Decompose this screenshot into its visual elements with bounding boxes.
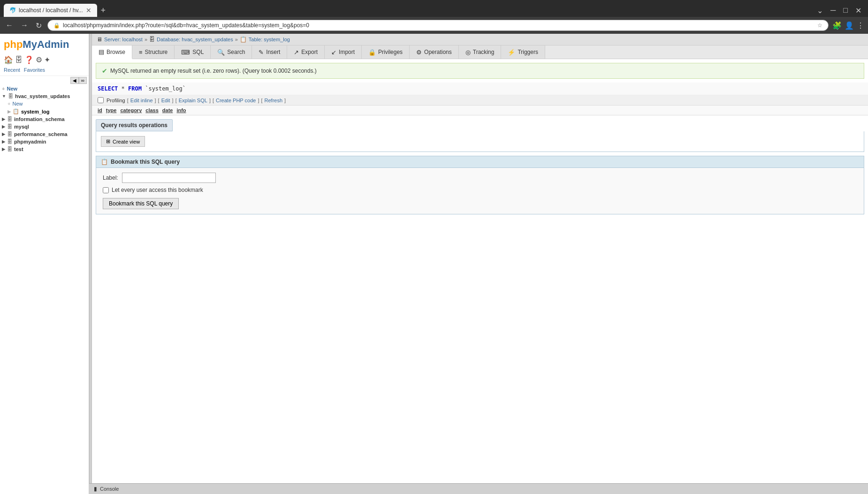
close-window-button[interactable]: ✕ [853, 5, 864, 16]
tab-export[interactable]: ↗Export [287, 46, 325, 59]
tab-tracking-icon: ◎ [465, 49, 471, 56]
table-bc-icon: 📋 [240, 36, 247, 43]
bookmark-body: Label: Let every user access this bookma… [96, 168, 864, 214]
breadcrumb-server[interactable]: Server: localhost [104, 37, 143, 42]
query-results-ops-title[interactable]: Query results operations [96, 119, 173, 131]
column-header-id[interactable]: id [98, 107, 102, 113]
explain-sql-link[interactable]: Explain SQL [179, 98, 207, 103]
table-icon: 📋 [13, 108, 19, 114]
browser-chrome: 🐬 localhost / localhost / hv... ✕ + ⌄ ─ … [0, 0, 868, 34]
minimize-button[interactable]: ─ [828, 5, 838, 15]
menu-icon[interactable]: ⋮ [857, 21, 864, 30]
tab-sql-icon: ⌨ [181, 49, 190, 56]
bookmark-panel: 📋 Bookmark this SQL query Label: Let eve… [96, 156, 864, 214]
tab-sql[interactable]: ⌨SQL [175, 46, 211, 59]
sidebar-tree-item-5[interactable]: ▶🗄mysql [0, 123, 89, 130]
breadcrumb-table[interactable]: Table: system_log [249, 37, 290, 42]
breadcrumb-sep2: » [235, 37, 238, 42]
tab-privileges-label: Privileges [378, 49, 403, 55]
console-icon: ▮ [94, 486, 97, 492]
tab-privileges[interactable]: 🔒Privileges [362, 46, 410, 59]
recent-link[interactable]: Recent [4, 67, 20, 73]
tab-browse[interactable]: ▤Browse [92, 46, 132, 59]
tab-search[interactable]: 🔍Search [211, 46, 252, 59]
db-icon: 🗄 [7, 131, 12, 137]
column-header-date[interactable]: date [162, 107, 173, 113]
tab-search-label: Search [227, 49, 245, 55]
sidebar-tree: +New▼🗄hvac_system_updates+New▶📋system_lo… [0, 85, 89, 153]
tab-insert[interactable]: ✎Insert [252, 46, 287, 59]
home-icon[interactable]: 🏠 [4, 55, 13, 64]
sidebar-tree-item-6[interactable]: ▶🗄performance_schema [0, 130, 89, 138]
sidebar-tree-item-1[interactable]: ▼🗄hvac_system_updates [0, 92, 89, 100]
tab-insert-label: Insert [266, 49, 280, 55]
collapse-sidebar-button[interactable]: ◀ [70, 77, 79, 84]
create-view-label: Create view [113, 139, 140, 144]
tab-triggers[interactable]: ⚡Triggers [501, 46, 545, 59]
new-tab-button[interactable]: + [101, 6, 106, 15]
tab-import[interactable]: ↙Import [325, 46, 362, 59]
profiling-sep1: [ [127, 98, 129, 103]
favorites-link[interactable]: Favorites [24, 67, 45, 73]
console-bar[interactable]: ▮ Console [89, 483, 868, 494]
logo-php-text: php [4, 38, 23, 50]
table-expand-icon: ▶ [8, 109, 11, 114]
db-icon: 🗄 [8, 93, 13, 99]
expand-sidebar-button[interactable]: ∞ [79, 77, 87, 84]
settings-icon[interactable]: ⚙ [36, 55, 42, 64]
maximize-button[interactable]: □ [840, 5, 851, 15]
bookmark-star-icon[interactable]: ☆ [817, 22, 822, 29]
address-bar[interactable]: 🔒 localhost/phpmyadmin/index.php?route=/… [47, 20, 829, 31]
edit-link[interactable]: Edit [161, 98, 170, 103]
edit-inline-link[interactable]: Edit inline [130, 98, 153, 103]
create-php-code-link[interactable]: Create PHP code [216, 98, 256, 103]
sidebar-tree-item-7[interactable]: ▶🗄phpmyadmin [0, 138, 89, 145]
db-icon: 🗄 [7, 146, 12, 152]
sidebar-tree-item-8[interactable]: ▶🗄test [0, 145, 89, 153]
tab-structure[interactable]: ≡Structure [132, 46, 175, 59]
db-icon[interactable]: 🗄 [15, 56, 23, 64]
tab-triggers-label: Triggers [518, 49, 538, 55]
reload-button[interactable]: ↻ [34, 20, 44, 31]
active-tab[interactable]: 🐬 localhost / localhost / hv... ✕ [4, 4, 97, 17]
bookmark-title: 📋 Bookmark this SQL query [96, 156, 864, 168]
create-view-button[interactable]: ⊞ Create view [101, 136, 145, 147]
tab-import-label: Import [339, 49, 355, 55]
tab-favicon: 🐬 [9, 7, 16, 14]
column-header-class[interactable]: class [145, 107, 159, 113]
logo-myadmin-text: MyAdmin [23, 38, 69, 50]
expand-icon: ▶ [2, 117, 5, 122]
sidebar-tree-item-2[interactable]: +New [0, 100, 89, 107]
profiling-bar: Profiling [ Edit inline ] [ Edit ] [ Exp… [92, 95, 868, 106]
refresh-link[interactable]: Refresh [265, 98, 283, 103]
back-button[interactable]: ← [4, 20, 15, 30]
column-header-category[interactable]: category [120, 107, 142, 113]
db-label: hvac_system_updates [15, 93, 70, 99]
tab-close-button[interactable]: ✕ [86, 7, 91, 14]
column-header-type[interactable]: type [106, 107, 117, 113]
tab-operations[interactable]: ⚙Operations [410, 46, 459, 59]
sidebar-tree-item-3[interactable]: ▶📋system_log [0, 107, 89, 115]
bookmark-public-label: Let every user access this bookmark [112, 187, 203, 193]
sql-select-keyword: SELECT [98, 85, 118, 92]
more-icon[interactable]: ✦ [44, 55, 50, 64]
forward-button[interactable]: → [19, 20, 30, 30]
query-results-operations-panel: Query results operations ⊞ Create view [96, 119, 864, 152]
tab-tracking[interactable]: ◎Tracking [459, 46, 502, 59]
tab-list-button[interactable]: ⌄ [814, 5, 826, 16]
extensions-icon[interactable]: 🧩 [832, 21, 842, 30]
console-label: Console [100, 486, 119, 492]
bookmark-submit-button[interactable]: Bookmark this SQL query [103, 198, 179, 209]
tab-export-icon: ↗ [294, 49, 299, 56]
help-icon[interactable]: ❓ [24, 55, 34, 64]
breadcrumb-db[interactable]: Database: hvac_system_updates [157, 37, 233, 42]
sidebar-tree-item-0[interactable]: +New [0, 85, 89, 92]
bookmark-public-checkbox[interactable] [103, 187, 109, 193]
expand-icon: ▶ [2, 132, 5, 137]
profile-icon[interactable]: 👤 [845, 21, 854, 30]
sidebar-tree-item-4[interactable]: ▶🗄information_schema [0, 115, 89, 123]
column-header-info[interactable]: info [176, 107, 186, 113]
bookmark-label-input[interactable] [122, 173, 216, 183]
sidebar-toggle: ◀ ∞ [0, 76, 89, 85]
profiling-checkbox[interactable] [98, 97, 104, 103]
